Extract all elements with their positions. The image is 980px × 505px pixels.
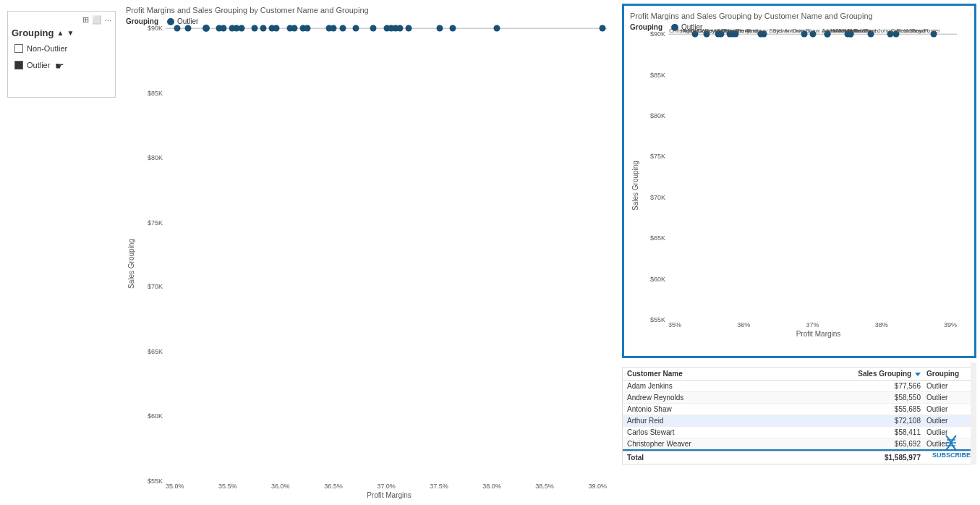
dot-20 (370, 25, 377, 32)
label-andrew: Andrew Reynolds (683, 27, 729, 34)
x-tick-39: 39.0% (588, 483, 607, 490)
y-tick-55k: $55K (148, 478, 163, 485)
x-axis-label: Profit Margins (166, 491, 613, 499)
y-tick-75k: $75K (148, 219, 163, 226)
row-5-sales: $58,411 (848, 428, 921, 436)
y-tick-80k: $80K (148, 154, 163, 161)
dot-27 (449, 25, 456, 32)
dot-28 (493, 25, 500, 32)
row-4-grouping: Outlier (921, 417, 971, 425)
expand-icon[interactable]: ⬜ (92, 15, 102, 25)
row-6-sales: $65,692 (848, 440, 921, 448)
center-chart: Profit Margins and Sales Grouping by Cus… (123, 0, 618, 505)
right-y-60k: $60K (650, 276, 665, 283)
label-mark: Mark Morales (833, 27, 868, 34)
x-tick-36: 36.0% (271, 483, 290, 490)
dot-1 (174, 25, 181, 32)
y-tick-60k: $60K (148, 412, 163, 420)
table-row-3: Antonio Shaw $55,685 Outlier (623, 404, 976, 415)
dot-8 (251, 25, 257, 32)
table-row-1: Adam Jenkins $77,566 Outlier (623, 381, 976, 392)
sort-arrow-icon (915, 373, 921, 376)
table-row-6: Christopher Weaver $65,692 Outlier (623, 438, 976, 451)
x-ticks: 35.0% 35.5% 36.0% 36.5% 37.0% 37.5% 38.0… (166, 481, 607, 490)
scrollbar[interactable] (971, 362, 976, 464)
row-6-name: Christopher Weaver (627, 440, 848, 448)
row-5-name: Carlos Stewart (627, 428, 848, 436)
right-y-65k: $65K (650, 234, 665, 242)
right-x-axis-label: Profit Margins (668, 330, 968, 338)
sort-down-icon[interactable]: ▼ (67, 29, 74, 37)
grid-icon[interactable]: ⊞ (82, 15, 89, 25)
right-chart-plot: Martin Berry Adam Jenkins Arthur Reid He… (668, 34, 957, 35)
dot-7 (238, 25, 244, 32)
filter-item-non-outlier[interactable]: Non-Outlier (12, 43, 111, 54)
x-tick-385: 38.5% (535, 483, 554, 490)
table-row-5: Carlos Stewart $58,411 Outlier (623, 427, 976, 438)
col-header-sales: Sales Grouping (848, 370, 921, 378)
table-row-4: Arthur Reid $72,108 Outlier (623, 415, 976, 427)
y-tick-70k: $70K (148, 283, 163, 290)
footer-label: Total (627, 454, 848, 462)
subscribe-button[interactable]: SUBSCRIBE (932, 434, 971, 459)
table-footer: Total $1,585,977 (623, 451, 976, 464)
row-3-name: Antonio Shaw (627, 405, 848, 413)
x-tick-35: 35.0% (166, 483, 184, 490)
y-ticks: $55K $60K $65K $70K $75K $80K $85K $90K (137, 28, 164, 481)
right-chart-highlighted: Profit Margins and Sales Grouping by Cus… (622, 4, 976, 358)
legend-outlier-label: Outlier (177, 17, 198, 25)
col-header-name: Customer Name (627, 370, 848, 378)
y-axis-label: Sales Grouping (126, 28, 137, 499)
x-tick-355: 35.5% (218, 483, 237, 490)
filter-panel: ⊞ ⬜ ··· Grouping ▲ ▼ Non-Outlier Outlier… (7, 11, 116, 98)
x-tick-365: 36.5% (324, 483, 343, 490)
row-2-sales: $58,550 (848, 394, 921, 402)
label-fred: Fred Romero (724, 27, 758, 34)
dot-26 (436, 25, 443, 32)
non-outlier-checkbox[interactable] (14, 44, 23, 53)
right-chart-area: Sales Grouping $55K $60K $65K $70K $75K … (630, 34, 968, 338)
row-2-grouping: Outlier (921, 394, 971, 402)
filter-title-row: Grouping ▲ ▼ (12, 27, 111, 38)
right-x-35: 35% (668, 321, 681, 328)
right-y-90k: $90K (650, 30, 665, 38)
sort-up-icon[interactable]: ▲ (57, 29, 64, 37)
table-header: Customer Name Sales Grouping Grouping (623, 368, 976, 381)
x-tick-38: 38.0% (482, 483, 501, 490)
right-panel: Profit Margins and Sales Grouping by Cus… (618, 0, 980, 505)
dot-25 (405, 25, 412, 32)
right-y-ticks: $55K $60K $65K $70K $75K $80K $85K $90K (641, 34, 667, 320)
right-y-55k: $55K (650, 316, 665, 323)
chart-plot (166, 28, 607, 29)
row-1-grouping: Outlier (921, 382, 971, 390)
table-row-2: Andrew Reynolds $58,550 Outlier (623, 392, 976, 404)
filter-title: Grouping (12, 27, 54, 38)
row-3-grouping: Outlier (921, 405, 971, 413)
row-2-name: Andrew Reynolds (627, 394, 848, 402)
right-y-axis-label: Sales Grouping (630, 34, 641, 338)
filter-toolbar: ⊞ ⬜ ··· (12, 15, 111, 25)
right-x-39: 39% (944, 321, 957, 328)
right-y-75k: $75K (650, 153, 665, 160)
chart-area: Sales Grouping $55K $60K $65K $70K $75K … (126, 28, 613, 499)
row-4-name: Arthur Reid (627, 417, 848, 425)
legend-outlier: Outlier (167, 17, 198, 25)
dot-24 (396, 25, 403, 32)
label-antonio: Antonio Shaw (784, 27, 819, 34)
dot-2 (185, 25, 192, 32)
right-x-ticks: 35% 36% 37% 38% 39% (668, 320, 957, 328)
more-icon[interactable]: ··· (105, 16, 111, 25)
right-y-85k: $85K (650, 72, 665, 79)
row-1-name: Adam Jenkins (627, 382, 848, 390)
filter-item-outlier[interactable]: Outlier ☛ (12, 57, 111, 73)
dot-far-right (599, 25, 605, 32)
dot-19 (352, 25, 359, 32)
right-chart-title: Profit Margins and Sales Grouping by Cus… (630, 12, 968, 20)
outlier-checkbox[interactable] (14, 61, 23, 69)
y-tick-65k: $65K (148, 348, 163, 355)
row-3-sales: $55,685 (848, 405, 921, 413)
right-x-37: 37% (806, 321, 819, 328)
dna-icon (943, 434, 959, 451)
right-y-70k: $70K (650, 194, 665, 201)
y-tick-85k: $85K (148, 90, 163, 97)
